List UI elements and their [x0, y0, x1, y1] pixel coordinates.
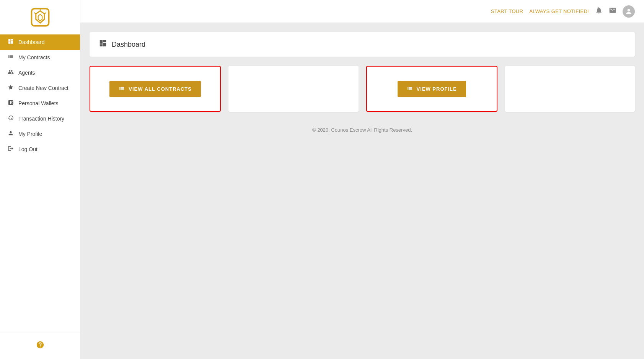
- profile-btn-icon: [407, 85, 413, 93]
- sidebar-dashboard-label: Dashboard: [18, 39, 45, 45]
- help-button[interactable]: [7, 338, 73, 352]
- view-all-contracts-button[interactable]: VIEW ALL CONTRACTS: [109, 81, 201, 97]
- view-profile-card: VIEW PROFILE: [366, 66, 497, 112]
- sidebar-item-my-contracts[interactable]: My Contracts: [0, 50, 80, 65]
- sidebar-navigation: Dashboard My Contracts Agents Create New…: [0, 34, 80, 333]
- main-area: START TOUR ALWAYS GET NOTIFIED! Dashboar…: [80, 0, 644, 359]
- sidebar-create-contract-label: Create New Contract: [18, 85, 68, 91]
- sidebar: Dashboard My Contracts Agents Create New…: [0, 0, 80, 359]
- logo-icon: [29, 6, 52, 29]
- footer-text: © 2020, Counos Escrow All Rights Reserve…: [312, 127, 412, 133]
- always-notified-link[interactable]: ALWAYS GET NOTIFIED!: [529, 8, 589, 14]
- dashboard-icon: [7, 38, 15, 46]
- sidebar-item-create-new-contract[interactable]: Create New Contract: [0, 80, 80, 96]
- sidebar-item-personal-wallets[interactable]: Personal Wallets: [0, 96, 80, 111]
- sidebar-item-my-profile[interactable]: My Profile: [0, 126, 80, 142]
- empty-card-2: [505, 66, 635, 112]
- sidebar-item-transaction-history[interactable]: Transaction History: [0, 111, 80, 126]
- list-icon: [7, 54, 15, 61]
- wallet-icon: [7, 100, 15, 107]
- history-icon: [7, 115, 15, 122]
- sidebar-transaction-history-label: Transaction History: [18, 116, 64, 122]
- dashboard-cards: VIEW ALL CONTRACTS VIEW PROFILE: [90, 66, 635, 112]
- sidebar-my-profile-label: My Profile: [18, 131, 42, 137]
- page-title: Dashboard: [112, 41, 145, 49]
- view-all-contracts-card: VIEW ALL CONTRACTS: [90, 66, 221, 112]
- page-header: Dashboard: [90, 32, 635, 57]
- dashboard-header-icon: [99, 39, 107, 50]
- sidebar-item-log-out[interactable]: Log Out: [0, 142, 80, 157]
- agents-icon: [7, 69, 15, 77]
- mail-icon[interactable]: [609, 7, 616, 16]
- sidebar-item-dashboard[interactable]: Dashboard: [0, 34, 80, 50]
- topbar: START TOUR ALWAYS GET NOTIFIED!: [80, 0, 644, 23]
- contracts-btn-icon: [119, 85, 125, 93]
- sidebar-personal-wallets-label: Personal Wallets: [18, 100, 59, 106]
- empty-card-1: [228, 66, 358, 112]
- sidebar-bottom: [0, 333, 80, 359]
- sidebar-logout-label: Log Out: [18, 146, 37, 152]
- profile-icon: [7, 130, 15, 138]
- logout-icon: [7, 145, 15, 153]
- sidebar-item-agents[interactable]: Agents: [0, 65, 80, 80]
- user-avatar[interactable]: [623, 5, 635, 18]
- sidebar-my-contracts-label: My Contracts: [18, 54, 50, 60]
- view-all-contracts-label: VIEW ALL CONTRACTS: [129, 86, 192, 92]
- view-profile-label: VIEW PROFILE: [417, 86, 457, 92]
- start-tour-link[interactable]: START TOUR: [491, 8, 523, 14]
- sidebar-logo: [0, 0, 80, 34]
- star-icon: [7, 84, 15, 92]
- sidebar-agents-label: Agents: [18, 70, 35, 76]
- bell-icon[interactable]: [595, 7, 603, 16]
- main-content: Dashboard VIEW ALL CONTRACTS: [80, 23, 644, 359]
- content-footer: © 2020, Counos Escrow All Rights Reserve…: [90, 127, 635, 133]
- view-profile-button[interactable]: VIEW PROFILE: [398, 81, 466, 97]
